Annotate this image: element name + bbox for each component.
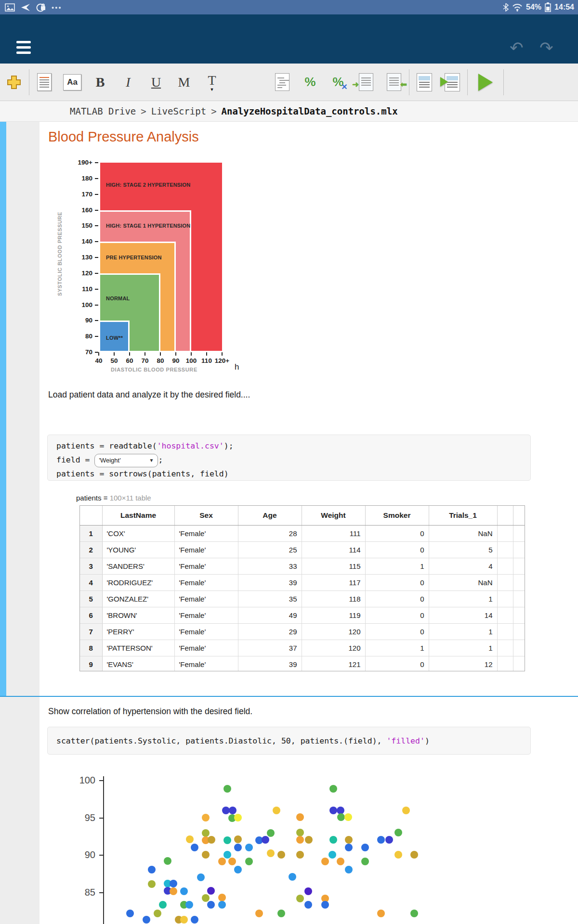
scatter-point: [148, 866, 156, 873]
scatter-point: [377, 836, 385, 844]
table-row[interactable]: 6'BROWN''Female'49119014: [80, 607, 525, 624]
scatter-ytick: [99, 892, 104, 893]
scatter-point: [197, 873, 205, 881]
text-style-button[interactable]: [30, 64, 58, 101]
active-section-indicator: [0, 122, 6, 696]
italic-button[interactable]: I: [114, 64, 142, 101]
toolbar-divider: [409, 69, 409, 95]
comment-button[interactable]: %: [296, 64, 324, 101]
scatter-point: [296, 895, 304, 902]
code-line[interactable]: patients = sortrows(patients, field): [56, 467, 530, 481]
table-row[interactable]: 9'EVANS''Female'39121012: [80, 656, 525, 672]
table-header-cell[interactable]: [80, 506, 102, 526]
redo-icon[interactable]: ↷: [539, 39, 553, 56]
bp-region-label: NORMAL: [106, 295, 130, 301]
table-header-cell[interactable]: Trials_1: [429, 506, 497, 526]
scatter-point: [164, 857, 171, 865]
table-header-cell[interactable]: Age: [238, 506, 302, 526]
scatter-point: [394, 829, 402, 836]
run-button[interactable]: [469, 64, 502, 101]
table-header-cell[interactable]: [497, 506, 513, 526]
field-dropdown[interactable]: 'Weight'▼: [94, 454, 158, 467]
font-button[interactable]: Aa: [58, 64, 86, 101]
breadcrumb-file: AnalyzeHospitalData_controls.mlx: [222, 106, 398, 116]
breadcrumb-separator: >: [211, 106, 216, 116]
scatter-point: [234, 835, 242, 843]
bp-ytick: [95, 336, 98, 337]
bp-ytick-label: 160: [73, 206, 92, 214]
code-block-1[interactable]: patients = readtable('hospital.csv');fie…: [47, 435, 531, 481]
table-header-cell[interactable]: Smoker: [365, 506, 429, 526]
bp-ytick-label: 120: [73, 270, 92, 277]
bp-xtick: [144, 352, 145, 356]
bp-ytick-label: 180: [73, 175, 92, 182]
insert-section-button[interactable]: [410, 64, 438, 101]
outdent-button[interactable]: ⬅: [380, 64, 408, 101]
scatter-point: [273, 807, 280, 814]
code-example-button[interactable]: [268, 64, 296, 101]
bp-xtick-label: 50: [105, 357, 124, 364]
scatter-point: [180, 916, 188, 924]
paragraph-load-data: Load patient data and analyze it by the …: [48, 390, 250, 400]
scatter-point: [234, 866, 242, 873]
breadcrumb-separator: >: [141, 106, 146, 116]
scatter-point: [329, 807, 337, 814]
scatter-point: [337, 858, 344, 865]
monospace-button[interactable]: M: [170, 64, 198, 101]
scatter-point: [345, 836, 353, 844]
uncomment-button[interactable]: %✕: [324, 64, 352, 101]
text-format-button[interactable]: T▼: [198, 64, 226, 101]
code-line[interactable]: field = 'Weight'▼;: [56, 453, 530, 467]
table-row[interactable]: 7'PERRY''Female'2912001: [80, 624, 525, 640]
editor-toolbar: Aa B I U M T▼ % %✕ ➜ ⬅: [0, 64, 578, 101]
table-row[interactable]: 8'PATTERSON''Female'3712011: [80, 640, 525, 656]
table-header-cell[interactable]: Sex: [174, 506, 238, 526]
bold-button[interactable]: B: [86, 64, 114, 101]
undo-icon[interactable]: ↶: [510, 39, 524, 56]
wifi-icon: [512, 3, 523, 12]
menu-icon[interactable]: [16, 41, 31, 57]
scatter-point: [186, 835, 194, 843]
bp-xtick-label: 70: [135, 357, 155, 364]
scatter-point: [385, 836, 393, 844]
table-header-cell[interactable]: [513, 506, 525, 526]
scatter-point: [218, 858, 226, 865]
scatter-point: [328, 851, 336, 859]
arrow-right-icon: ➜: [352, 79, 359, 90]
breadcrumb-root[interactable]: MATLAB Drive: [70, 106, 136, 116]
bp-xtick: [129, 352, 130, 356]
code-line[interactable]: scatter(patients.Systolic, patients.Dias…: [56, 734, 430, 748]
scatter-point: [329, 836, 337, 844]
table-row[interactable]: 2'YOUNG''Female'2511405: [80, 542, 525, 558]
code-block-2[interactable]: scatter(patients.Systolic, patients.Dias…: [47, 727, 531, 755]
scatter-point: [185, 901, 193, 909]
scatter-point: [321, 858, 329, 865]
scatter-point: [296, 836, 304, 844]
bp-xtick: [206, 352, 207, 356]
indent-button[interactable]: ➜: [352, 64, 380, 101]
scatter-point: [255, 910, 263, 917]
table-row[interactable]: 3'SANDERS''Female'3311514: [80, 558, 525, 575]
run-section-button[interactable]: [438, 64, 466, 101]
table-row[interactable]: 4'RODRIGUEZ''Female'391170NaN: [80, 575, 525, 591]
code-line[interactable]: patients = readtable('hospital.csv');: [56, 439, 530, 453]
add-button[interactable]: [0, 64, 28, 101]
table-row[interactable]: 5'GONZALEZ''Female'3511801: [80, 591, 525, 607]
underline-button[interactable]: U: [142, 64, 170, 101]
scatter-point: [361, 858, 369, 865]
bp-ytick-label: 100: [73, 301, 92, 308]
scatter-point: [267, 849, 275, 857]
breadcrumb-folder[interactable]: LiveScript: [151, 106, 206, 116]
bp-xtick: [191, 352, 192, 356]
bp-ytick-label: 170: [73, 191, 92, 198]
scatter-point: [296, 851, 304, 859]
patients-table[interactable]: LastNameSexAgeWeightSmokerTrials_11'COX'…: [79, 505, 525, 671]
scatter-point: [277, 910, 285, 917]
table-header-cell[interactable]: Weight: [302, 506, 365, 526]
table-header-cell[interactable]: LastName: [102, 506, 174, 526]
bp-xtick: [114, 352, 115, 356]
scatter-point: [148, 880, 156, 888]
bp-x-axis-title: DIASTOLIC BLOOD PRESSURE: [111, 367, 197, 372]
bp-ytick: [95, 352, 98, 353]
table-row[interactable]: 1'COX''Female'281110NaN: [80, 526, 525, 542]
